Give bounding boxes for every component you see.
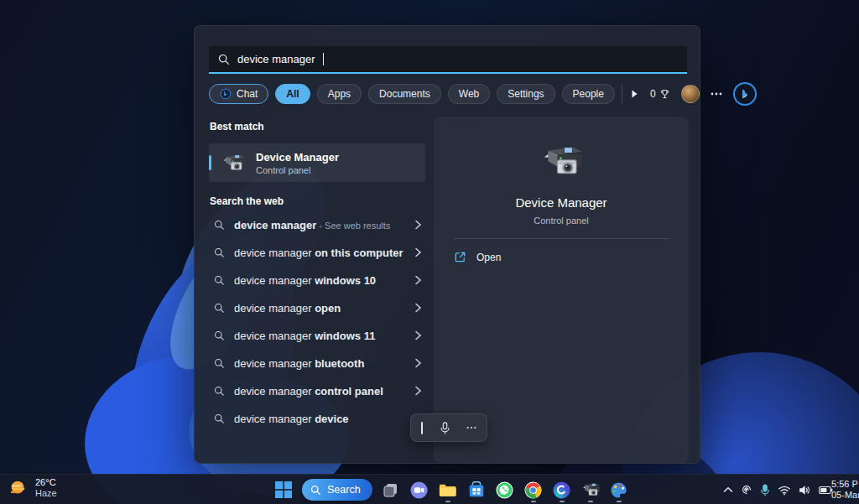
clock-date: 05-Mar- [831,490,859,501]
chevron-right-icon [414,330,422,340]
best-match-header: Best match [210,121,264,132]
chevron-right-icon [414,358,422,368]
suggestion-text: device manager windows 10 [234,274,405,287]
clock[interactable]: 5:56 P 05-Mar- [831,479,859,501]
running-indicator [617,501,622,503]
suggestion-text: device manager control panel [234,385,405,397]
rewards-count: 0 [650,88,656,100]
device-manager-large-icon [539,138,584,184]
rewards-badge[interactable]: 0 [650,88,670,100]
taskbar-file-explorer-icon[interactable] [438,477,458,502]
microphone-button[interactable] [440,422,450,434]
preview-divider [454,238,669,239]
web-suggestion-row[interactable]: device manager windows 11 [209,323,429,348]
web-suggestion-row[interactable]: device manager on this computer [209,240,429,265]
suggestion-text: device manager on this computer [234,247,405,259]
taskbar-canva-icon[interactable] [552,477,572,502]
search-icon [214,386,225,397]
web-suggestion-row[interactable]: device manager control panel [209,378,429,403]
weather-condition: Haze [35,488,57,499]
taskbar-search-label: Search [327,484,361,496]
web-suggestion-row[interactable]: device manager device [209,406,429,431]
open-action[interactable]: Open [454,251,501,263]
best-match-title: Device Manager [256,151,339,164]
suggestion-text: device manager windows 11 [234,330,405,342]
tab-web[interactable]: Web [448,84,490,104]
system-tray [723,475,833,504]
chevron-right-icon [414,247,422,257]
suggestion-text: device manager open [234,302,405,314]
web-suggestion-row[interactable]: device manager bluetooth [209,351,429,376]
tab-apps[interactable]: Apps [317,84,362,104]
taskbar: 26°C Haze Search [0,474,859,504]
search-web-header: Search the web [210,195,284,207]
tab-settings[interactable]: Settings [497,84,554,104]
tab-chat[interactable]: Chat [209,84,268,104]
tray-gesture-swirl-icon[interactable] [741,484,752,496]
chevron-right-icon [414,303,422,313]
search-query-text: device manager [237,53,315,65]
taskbar-chrome-icon[interactable] [523,477,544,502]
tab-chat-label: Chat [237,88,258,100]
tab-documents[interactable]: Documents [368,84,441,104]
chevron-right-icon [414,386,422,396]
tab-all[interactable]: All [275,84,310,104]
tab-people[interactable]: People [562,84,615,104]
weather-text: 26°C Haze [35,477,57,499]
taskbar-app-icons: Search [273,475,629,504]
open-label: Open [476,252,501,263]
search-icon [214,358,225,369]
search-filter-bar: Chat AllAppsDocumentsWebSettingsPeople 0 [209,83,688,105]
best-match-result[interactable]: Device Manager Control panel [209,143,425,182]
text-cursor-icon [421,422,423,434]
search-icon [214,220,225,231]
search-icon [218,54,230,65]
chevron-right-icon [414,220,422,230]
bing-logo-icon[interactable] [733,82,757,106]
dictation-more-options-icon[interactable] [466,426,476,429]
user-avatar[interactable] [681,85,700,103]
bing-chat-icon [220,88,232,100]
tab-partial-clipped[interactable] [622,84,622,104]
search-icon [214,413,225,424]
running-indicator [560,501,565,503]
search-flyout-panel: device manager Chat AllAppsDocumentsWebS… [194,25,700,464]
suggestion-text: device manager bluetooth [234,357,405,370]
preview-subtitle: Control panel [434,216,689,226]
search-icon [214,247,225,258]
web-suggestion-row[interactable]: device manager windows 10 [209,268,429,293]
filter-bar-right-group: 0 [629,82,757,106]
search-input[interactable]: device manager [209,46,687,74]
running-indicator [445,501,450,503]
taskbar-start-button[interactable] [273,477,294,502]
search-icon [310,485,321,496]
running-indicator [588,501,593,503]
taskbar-microsoft-store-icon[interactable] [466,477,487,502]
suggestion-text: device manager - See web results [234,219,405,231]
open-external-icon [454,251,466,263]
taskbar-teams-chat-icon[interactable] [409,477,430,502]
taskbar-device-manager-icon[interactable] [580,477,601,502]
clock-time: 5:56 P [831,479,859,490]
taskbar-paint-palette-icon[interactable] [609,477,629,502]
taskbar-search-button[interactable]: Search [302,479,372,501]
tray-chevron-up-icon[interactable] [723,486,733,493]
suggestion-text: device manager device [234,413,405,425]
tray-microphone-active-icon[interactable] [760,484,770,496]
search-icon [214,275,225,286]
scroll-tabs-right-icon[interactable] [629,89,639,99]
taskbar-task-view-icon[interactable] [381,477,401,502]
running-indicator [531,501,536,503]
weather-widget[interactable]: 26°C Haze [8,477,57,499]
selection-accent-bar [209,155,211,170]
tray-wifi-icon[interactable] [778,485,791,496]
chevron-right-icon [414,275,422,285]
best-match-text: Device Manager Control panel [256,151,339,175]
more-options-icon[interactable] [711,92,722,96]
tray-volume-icon[interactable] [799,485,811,496]
taskbar-whatsapp-icon[interactable] [495,477,515,502]
web-suggestion-row[interactable]: device manager open [209,295,429,320]
web-suggestion-row[interactable]: device manager - See web results [209,212,429,237]
web-suggestions-list: device manager - See web resultsdevice m… [209,212,429,434]
search-icon [214,330,225,341]
